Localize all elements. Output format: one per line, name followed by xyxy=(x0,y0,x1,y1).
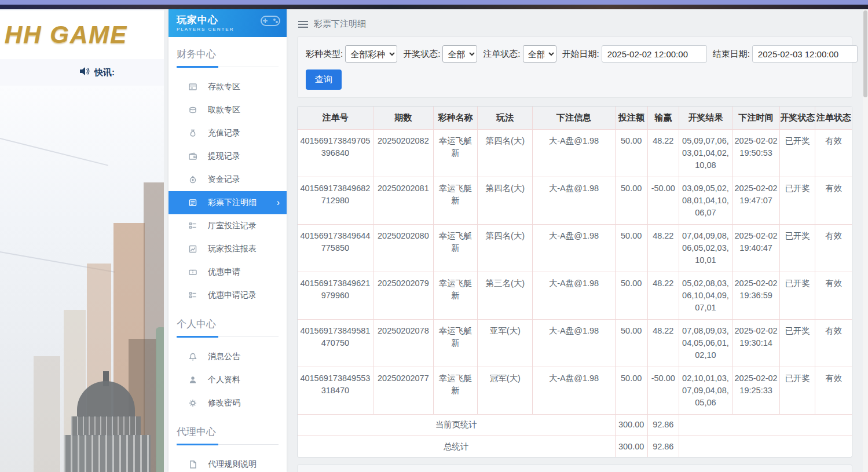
sidebar-item-player-bet-report[interactable]: 玩家投注报表 xyxy=(169,237,287,261)
sidebar-item-deposit[interactable]: 存款专区 xyxy=(169,75,287,98)
money-bag-icon xyxy=(188,129,197,138)
col-bet-info: 下注信息 xyxy=(533,107,615,129)
table-row: 401569173849644775850 20250202080 幸运飞艇新 … xyxy=(298,224,852,272)
sidebar-item-withdraw[interactable]: 取款专区 xyxy=(169,98,287,122)
sidebar-item-funds-record[interactable]: 资金记录 xyxy=(169,168,287,191)
cell-order-status: 有效 xyxy=(815,367,852,414)
lottery-type-select[interactable]: 全部彩种 xyxy=(345,45,397,63)
cell-order-id: 401569173849581470750 xyxy=(298,319,373,367)
speaker-icon xyxy=(79,67,90,78)
sidebar-item-profile[interactable]: 个人资料 xyxy=(169,368,287,391)
cell-win: 48.22 xyxy=(647,272,679,319)
chevron-right-icon: › xyxy=(277,197,280,208)
cell-order-status: 有效 xyxy=(815,224,852,272)
wallet-icon xyxy=(188,152,197,161)
scrollbar-thumb[interactable] xyxy=(863,10,867,97)
sidebar-item-cashout-record[interactable]: 提现记录 xyxy=(169,145,287,168)
cell-amount: 50.00 xyxy=(615,319,647,367)
cell-play: 第三名(大) xyxy=(478,272,533,319)
sidebar-item-agent-rules[interactable]: 代理规则说明 xyxy=(169,453,287,472)
cell-time: 2025-02-02 19:25:33 xyxy=(733,367,780,414)
sidebar-item-label: 优惠申请记录 xyxy=(208,290,257,301)
page: HH GAME 快讯: xyxy=(0,0,868,472)
hamburger-menu-icon[interactable] xyxy=(298,21,308,28)
cell-order-status: 有效 xyxy=(815,272,852,319)
cell-win: -50.00 xyxy=(647,177,679,224)
cell-result: 02,10,01,03,07,09,04,08,05,06 xyxy=(679,367,732,414)
sidebar-item-change-password[interactable]: 修改密码 xyxy=(169,391,287,415)
start-date-input[interactable] xyxy=(602,45,707,63)
app-region: 玩家中心 PLAYERS CENTER 财务中心 存款专区 取款专区 xyxy=(164,9,868,472)
cell-win: -50.00 xyxy=(647,367,679,414)
cell-result: 05,02,08,03,06,10,04,09,07,01 xyxy=(679,272,732,319)
table-row: 401569173849553318470 20250202077 幸运飞艇新 … xyxy=(298,367,852,414)
summary-total-label: 总统计 xyxy=(298,436,615,457)
user-icon xyxy=(188,375,197,385)
cell-time: 2025-02-02 19:40:47 xyxy=(733,224,780,272)
cell-play: 第四名(大) xyxy=(478,177,533,224)
draw-status-select[interactable]: 全部 xyxy=(442,45,477,63)
cell-play: 第四名(大) xyxy=(478,129,533,177)
sidebar-item-promo-apply[interactable]: 优惠申请 xyxy=(169,261,287,284)
summary-current-page-row: 当前页统计 300.00 92.86 xyxy=(298,414,852,436)
cell-order-id: 401569173849705396840 xyxy=(298,129,373,177)
gamepad-icon xyxy=(260,14,281,30)
summary-total-win: 92.86 xyxy=(647,436,679,457)
sidebar-item-label: 取款专区 xyxy=(208,105,240,115)
cell-draw-status: 已开奖 xyxy=(780,367,815,414)
sidebar-item-label: 彩票下注明细 xyxy=(208,197,257,208)
cell-order-id: 401569173849621979960 xyxy=(298,272,373,319)
col-period: 期数 xyxy=(373,107,433,129)
sidebar-item-recharge-record[interactable]: 充值记录 xyxy=(169,122,287,145)
cell-period: 20250202080 xyxy=(373,224,433,272)
cell-play: 亚军(大) xyxy=(478,319,533,367)
sidebar-header: 玩家中心 PLAYERS CENTER xyxy=(169,9,287,37)
summary-total-amount: 300.00 xyxy=(615,436,647,457)
sidebar-item-label: 厅室投注记录 xyxy=(208,221,257,231)
news-ticker-band: 快讯: xyxy=(0,59,164,86)
cityscape-image xyxy=(0,86,164,472)
coupon-icon xyxy=(188,268,197,277)
top-dark-band xyxy=(0,5,868,9)
sidebar-item-label: 优惠申请 xyxy=(208,267,240,277)
end-date-input[interactable] xyxy=(752,45,858,63)
logo-band: HH GAME xyxy=(0,10,164,59)
section-personal-center: 个人中心 xyxy=(177,317,279,337)
col-play: 玩法 xyxy=(478,107,533,129)
cell-win: 48.22 xyxy=(647,319,679,367)
cell-time: 2025-02-02 19:50:53 xyxy=(733,129,780,177)
cell-draw-status: 已开奖 xyxy=(780,129,815,177)
cell-period: 20250202082 xyxy=(373,129,433,177)
search-button[interactable]: 查询 xyxy=(306,69,342,90)
cell-lottery: 幸运飞艇新 xyxy=(433,319,477,367)
sidebar-item-notices[interactable]: 消息公告 xyxy=(169,345,287,368)
sidebar-item-label: 提现记录 xyxy=(208,151,240,162)
statue-of-liberty xyxy=(156,327,164,472)
cell-bet-info: 大-A盘@1.98 xyxy=(533,367,615,414)
table-row: 401569173849581470750 20250202078 幸运飞艇新 … xyxy=(298,319,852,367)
cell-result: 07,08,09,03,04,05,06,01,02,10 xyxy=(679,319,732,367)
cell-bet-info: 大-A盘@1.98 xyxy=(533,319,615,367)
cell-order-status: 有效 xyxy=(815,129,852,177)
cell-period: 20250202079 xyxy=(373,272,433,319)
sidebar-item-lottery-bet-detail[interactable]: 彩票下注明细 › xyxy=(169,191,287,214)
page-scrollbar[interactable] xyxy=(863,9,868,472)
cell-result: 05,09,07,06,03,01,04,02,10,08 xyxy=(679,129,732,177)
news-label: 快讯: xyxy=(94,67,115,78)
start-date-label: 开始日期: xyxy=(562,49,599,60)
deposit-icon xyxy=(188,82,197,92)
sidebar-item-hall-bet-record[interactable]: 厅室投注记录 xyxy=(169,214,287,237)
page-title: 彩票下注明细 xyxy=(314,19,366,30)
filter-panel: 彩种类型: 全部彩种 开奖状态: 全部 注单状态: 全部 开始日期: 结束日期: xyxy=(297,36,852,98)
cell-order-id: 401569173849682712980 xyxy=(298,177,373,224)
order-status-select[interactable]: 全部 xyxy=(523,45,556,63)
left-background-region: HH GAME 快讯: xyxy=(0,9,164,472)
sidebar-item-promo-apply-record[interactable]: 优惠申请记录 xyxy=(169,284,287,307)
cell-period: 20250202077 xyxy=(373,367,433,414)
chart-icon xyxy=(188,244,197,254)
table-row: 401569173849682712980 20250202081 幸运飞艇新 … xyxy=(298,177,852,224)
col-win: 输赢 xyxy=(647,107,679,129)
cell-bet-info: 大-A盘@1.98 xyxy=(533,129,615,177)
col-time: 下注时间 xyxy=(733,107,780,129)
summary-current-empty xyxy=(679,414,852,436)
